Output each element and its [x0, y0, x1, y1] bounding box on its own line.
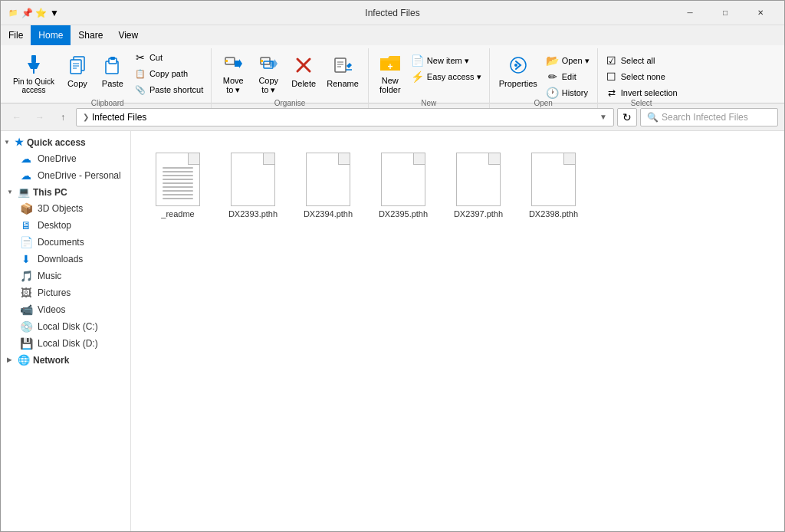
downloads-label: Downloads	[38, 254, 83, 264]
pin-to-quick-access-button[interactable]: Pin to Quickaccess	[8, 50, 59, 96]
file-name: DX2395.pthh	[379, 209, 428, 219]
new-folder-button[interactable]: + Newfolder	[373, 50, 407, 96]
close-button[interactable]: ✕	[743, 1, 778, 25]
properties-button[interactable]: Properties	[494, 50, 542, 96]
move-to-button[interactable]: Moveto ▾	[216, 50, 250, 96]
file-item-dx2398[interactable]: DX2398.pthh	[519, 143, 588, 225]
file-name: DX2397.pthh	[454, 209, 503, 219]
file-icon-doc	[231, 153, 275, 206]
paste-shortcut-label: Paste shortcut	[149, 85, 203, 94]
3d-objects-label: 3D Objects	[38, 203, 83, 214]
sidebar-section-network[interactable]: ▶ 🌐 Network	[1, 352, 130, 368]
quick-access-icon[interactable]: ▼	[48, 7, 61, 19]
file-item-dx2397[interactable]: DX2397.pthh	[444, 143, 513, 225]
easy-access-button[interactable]: ⚡ Easy access ▾	[409, 69, 484, 84]
app-icon: 📁	[7, 7, 19, 19]
paste-button[interactable]: Paste	[96, 50, 130, 96]
main-area: ▼ ★ Quick access ☁ OneDrive ☁ OneDrive -…	[1, 131, 784, 532]
star-icon[interactable]: ⭐	[34, 7, 47, 19]
ribbon-group-new: + Newfolder 📄 New item ▾ ⚡ Easy access ▾	[369, 48, 490, 110]
open-button[interactable]: 📂 Open ▾	[544, 53, 593, 68]
open-icon: 📂	[547, 54, 559, 67]
path-text: Infected Files	[92, 112, 146, 123]
menu-share[interactable]: Share	[71, 25, 110, 45]
videos-icon: 📹	[19, 304, 33, 316]
select-none-button[interactable]: ☐ Select none	[603, 69, 681, 84]
menu-view[interactable]: View	[110, 25, 146, 45]
maximize-button[interactable]: □	[708, 1, 743, 25]
sidebar-section-this-pc[interactable]: ▼ 💻 This PC	[1, 184, 130, 200]
file-area: _readme DX2393.pthh DX2394.pthh DX2395.p…	[131, 131, 784, 532]
paste-label: Paste	[102, 79, 123, 88]
back-button[interactable]: ←	[7, 107, 27, 127]
title-bar: 📁 📌 ⭐ ▼ Infected Files ─ □ ✕	[1, 1, 784, 25]
cut-button[interactable]: ✂ Cut	[131, 50, 206, 65]
file-name: DX2398.pthh	[529, 209, 578, 219]
menu-file[interactable]: File	[1, 25, 31, 45]
new-item-icon: 📄	[412, 54, 424, 67]
rename-icon	[330, 53, 355, 77]
file-item-dx2394[interactable]: DX2394.pthh	[294, 143, 363, 225]
select-all-button[interactable]: ☑ Select all	[603, 53, 681, 68]
file-icon-wrapper	[228, 149, 278, 206]
this-pc-label: This PC	[33, 187, 67, 198]
svg-rect-20	[335, 58, 346, 72]
copy-button[interactable]: Copy	[61, 50, 94, 96]
refresh-button[interactable]: ↻	[617, 108, 637, 126]
copy-to-label: Copyto ▾	[258, 76, 278, 94]
svg-point-26	[511, 57, 526, 73]
menu-home[interactable]: Home	[31, 25, 71, 45]
properties-label: Properties	[499, 79, 537, 88]
network-icon: 🌐	[18, 354, 30, 366]
sidebar-item-onedrive[interactable]: ☁ OneDrive	[1, 150, 130, 167]
sidebar-item-downloads[interactable]: ⬇ Downloads	[1, 251, 130, 268]
properties-icon	[506, 53, 530, 77]
file-item-dx2395[interactable]: DX2395.pthh	[369, 143, 438, 225]
documents-icon: 📄	[19, 236, 33, 248]
local-disk-d-icon: 💾	[19, 337, 33, 350]
title-bar-icons: 📁 📌 ⭐ ▼	[7, 7, 61, 19]
pictures-label: Pictures	[38, 287, 71, 298]
sidebar-item-3d-objects[interactable]: 📦 3D Objects	[1, 200, 130, 217]
file-icon-doc	[156, 153, 200, 206]
sidebar-item-pictures[interactable]: 🖼 Pictures	[1, 284, 130, 301]
quick-access-star-icon: ★	[15, 136, 24, 148]
ribbon-group-select: ☑ Select all ☐ Select none ⇄ Invert sele…	[598, 48, 685, 110]
this-pc-icon: 💻	[18, 186, 30, 198]
minimize-button[interactable]: ─	[672, 1, 708, 25]
new-item-button[interactable]: 📄 New item ▾	[409, 53, 484, 68]
cut-icon: ✂	[134, 51, 146, 64]
new-small-buttons: 📄 New item ▾ ⚡ Easy access ▾	[409, 50, 484, 96]
clipboard-small-buttons: ✂ Cut 📋 Copy path 📎 Paste shortcut	[131, 50, 206, 96]
delete-button[interactable]: Delete	[287, 50, 320, 96]
sidebar-section-quick-access[interactable]: ▼ ★ Quick access	[1, 134, 130, 150]
edit-button[interactable]: ✏ Edit	[544, 69, 593, 84]
this-pc-expand-icon: ▼	[7, 189, 15, 195]
copy-to-button[interactable]: Copyto ▾	[251, 50, 285, 96]
sidebar: ▼ ★ Quick access ☁ OneDrive ☁ OneDrive -…	[1, 131, 131, 532]
sidebar-item-music[interactable]: 🎵 Music	[1, 268, 130, 284]
address-path[interactable]: ❯ Infected Files ▼	[76, 108, 614, 126]
sidebar-item-onedrive-personal[interactable]: ☁ OneDrive - Personal	[1, 167, 130, 184]
onedrive-label: OneDrive	[38, 153, 77, 164]
pin-icon[interactable]: 📌	[21, 7, 33, 19]
file-name: DX2394.pthh	[304, 209, 353, 219]
sidebar-item-videos[interactable]: 📹 Videos	[1, 301, 130, 318]
up-button[interactable]: ↑	[53, 107, 73, 127]
new-folder-label: Newfolder	[379, 76, 401, 94]
rename-button[interactable]: Rename	[322, 50, 363, 96]
sidebar-item-documents[interactable]: 📄 Documents	[1, 234, 130, 251]
file-item-readme[interactable]: _readme	[143, 143, 212, 225]
copy-path-button[interactable]: 📋 Copy path	[131, 66, 206, 81]
forward-button[interactable]: →	[30, 107, 50, 127]
search-box[interactable]: 🔍 Search Infected Files	[640, 108, 778, 126]
sidebar-item-local-disk-c[interactable]: 💿 Local Disk (C:)	[1, 318, 130, 335]
file-item-dx2393[interactable]: DX2393.pthh	[218, 143, 287, 225]
path-dropdown-icon[interactable]: ▼	[599, 113, 607, 121]
svg-rect-12	[225, 60, 228, 62]
onedrive-personal-label: OneDrive - Personal	[38, 170, 121, 181]
sidebar-item-desktop[interactable]: 🖥 Desktop	[1, 217, 130, 234]
sidebar-item-local-disk-d[interactable]: 💾 Local Disk (D:)	[1, 335, 130, 352]
svg-marker-13	[235, 59, 242, 68]
paste-shortcut-button[interactable]: 📎 Paste shortcut	[131, 82, 206, 97]
